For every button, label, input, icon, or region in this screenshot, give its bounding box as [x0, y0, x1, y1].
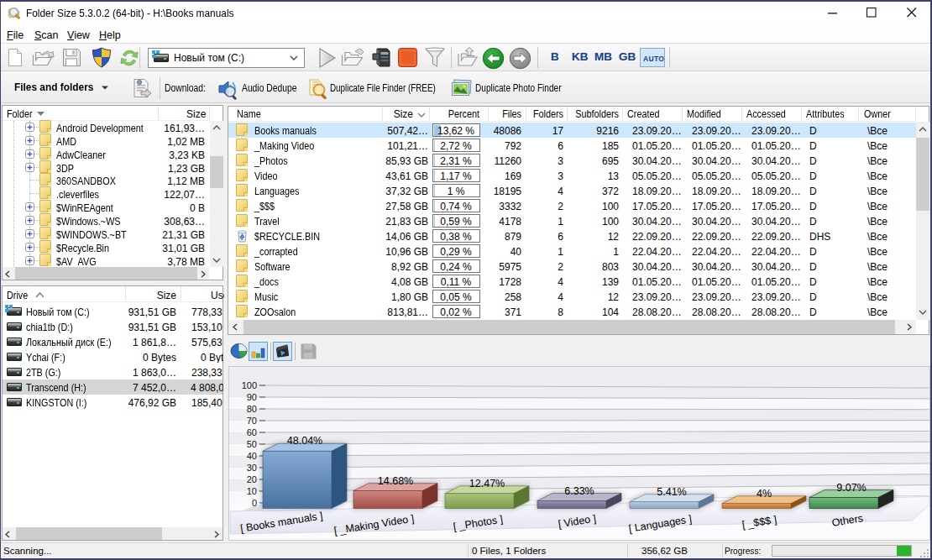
- svg-text:50: 50: [247, 439, 257, 449]
- svg-text:70: 70: [247, 416, 257, 426]
- svg-text:12.47%: 12.47%: [469, 478, 505, 489]
- svg-text:40: 40: [247, 451, 257, 461]
- svg-text:14.68%: 14.68%: [378, 475, 413, 487]
- svg-text:20: 20: [247, 474, 257, 484]
- svg-text:60: 60: [247, 427, 257, 437]
- svg-text:4%: 4%: [757, 488, 772, 500]
- svg-text:0: 0: [252, 498, 257, 508]
- svg-text:100: 100: [242, 380, 257, 390]
- svg-text:10: 10: [247, 486, 257, 496]
- svg-text:90: 90: [247, 392, 257, 402]
- svg-text:30: 30: [247, 463, 257, 473]
- svg-text:5.41%: 5.41%: [657, 486, 686, 498]
- svg-text:80: 80: [247, 404, 257, 414]
- svg-text:48.04%: 48.04%: [287, 435, 322, 447]
- svg-text:9.07%: 9.07%: [836, 482, 866, 494]
- svg-text:6.33%: 6.33%: [564, 485, 594, 497]
